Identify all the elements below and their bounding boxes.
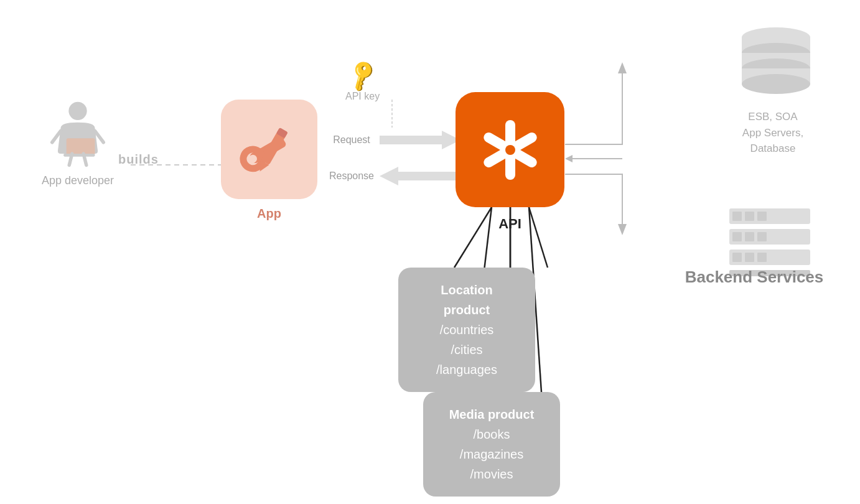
- location-product-box: Location product /countries /cities /lan…: [398, 268, 535, 392]
- request-label: Request: [324, 134, 380, 146]
- svg-rect-49: [745, 253, 754, 262]
- app-developer-group: App developer: [25, 100, 131, 187]
- media-books: /books: [442, 424, 541, 444]
- svg-marker-2: [618, 224, 627, 235]
- media-product-box: Media product /books /magazines /movies: [423, 392, 560, 497]
- app-developer-label: App developer: [42, 174, 114, 187]
- response-arrow-group: Response: [324, 167, 460, 185]
- location-countries: /countries: [417, 320, 516, 340]
- svg-rect-50: [757, 253, 767, 262]
- svg-rect-41: [745, 212, 754, 221]
- tools-icon: [235, 115, 304, 184]
- api-label: API: [456, 216, 564, 232]
- database-icon: [736, 25, 816, 100]
- person-icon: [50, 100, 106, 168]
- app-label: App: [221, 207, 317, 221]
- svg-point-38: [742, 74, 810, 94]
- response-arrow: [380, 167, 460, 185]
- request-arrow-group: Request: [324, 131, 460, 149]
- svg-marker-1: [618, 62, 627, 73]
- location-product-title: Location product: [417, 280, 516, 320]
- svg-rect-14: [63, 154, 95, 157]
- svg-rect-45: [745, 232, 754, 241]
- esb-label: ESB, SOA App Servers, Database: [711, 109, 835, 157]
- key-icon: 🔑: [344, 57, 381, 94]
- request-arrow: [380, 131, 460, 149]
- media-product-title: Media product: [442, 404, 541, 424]
- app-box: [221, 100, 317, 199]
- media-magazines: /magazines: [442, 444, 541, 464]
- api-key-label: API key: [345, 91, 380, 102]
- svg-marker-4: [565, 155, 573, 162]
- svg-rect-40: [732, 212, 742, 221]
- location-languages: /languages: [417, 360, 516, 380]
- svg-marker-26: [380, 167, 460, 185]
- svg-marker-25: [380, 131, 460, 149]
- diagram-container: App developer builds App 🔑 API key Reque…: [0, 0, 860, 504]
- api-snowflake-icon: [476, 116, 545, 184]
- svg-rect-46: [757, 232, 767, 241]
- media-movies: /movies: [442, 464, 541, 484]
- location-cities: /cities: [417, 340, 516, 360]
- response-label: Response: [324, 170, 380, 182]
- builds-label: builds: [118, 152, 159, 167]
- svg-point-31: [505, 145, 515, 155]
- api-box: [456, 92, 564, 207]
- backend-services-label: Backend Services: [673, 268, 835, 287]
- svg-rect-44: [732, 232, 742, 241]
- svg-rect-48: [732, 253, 742, 262]
- database-icon-group: [736, 25, 816, 102]
- api-key-group: 🔑 API key: [345, 62, 380, 102]
- svg-point-12: [68, 102, 86, 120]
- svg-rect-42: [757, 212, 767, 221]
